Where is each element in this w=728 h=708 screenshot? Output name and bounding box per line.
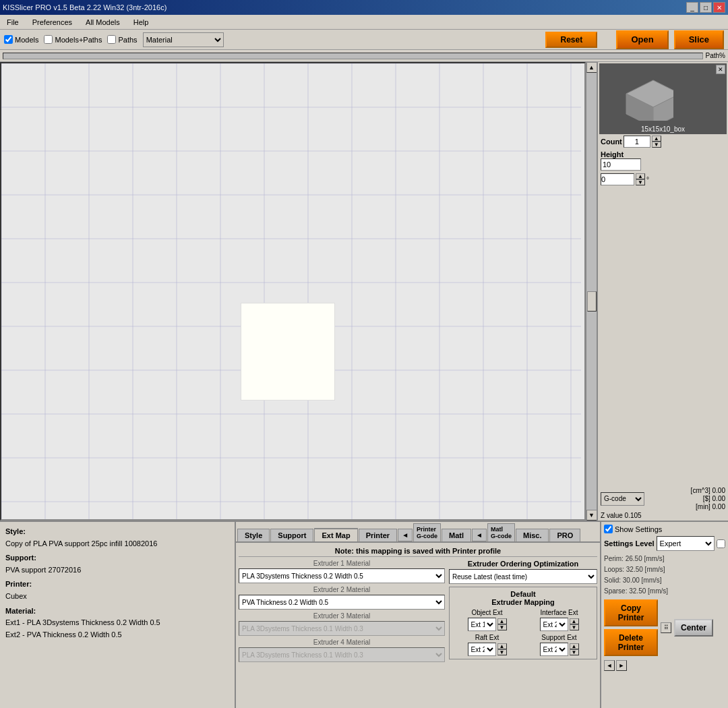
- right-panel: ✕ 15x15x10_box Count 1 ▲ ▼ Height: [597, 62, 728, 521]
- open-button[interactable]: Open: [616, 30, 668, 49]
- raft-ext-spin-down[interactable]: ▼: [497, 649, 507, 655]
- models-paths-checkbox[interactable]: [44, 35, 53, 44]
- support-ext-spin-down[interactable]: ▼: [570, 649, 579, 655]
- object-ext-spin-up[interactable]: ▲: [497, 618, 507, 624]
- count-row: Count 1 ▲ ▼: [599, 134, 727, 149]
- extruder-selects: Extruder 1 Material PLA 3Dsystems Thickn…: [239, 560, 445, 662]
- raft-ext-select[interactable]: Ext 2: [468, 643, 496, 656]
- interface-ext-select[interactable]: Ext 2: [540, 618, 568, 631]
- tab-printer-gcode[interactable]: PrinterG-code: [413, 523, 441, 541]
- tab-misc[interactable]: Misc.: [516, 529, 549, 541]
- path-bar: Path%: [0, 50, 728, 62]
- interface-ext-spin-up[interactable]: ▲: [570, 618, 579, 624]
- ext-right-panel: Extruder Ordering Optimization Reuse Lat…: [449, 560, 597, 662]
- menu-all-models[interactable]: All Models: [82, 17, 124, 28]
- center-button[interactable]: Center: [674, 619, 713, 637]
- extruder3-row: Extruder 3 Material PLA 3Dsystems Thickn…: [239, 612, 445, 636]
- settings-level-extra-checkbox[interactable]: [717, 539, 725, 548]
- delete-printer-button[interactable]: DeletePrinter: [604, 629, 658, 656]
- menu-help[interactable]: Help: [129, 17, 153, 28]
- paths-label: Paths: [118, 36, 137, 44]
- count-input[interactable]: 1: [624, 136, 650, 148]
- preview-close-button[interactable]: ✕: [716, 65, 725, 74]
- tab-style[interactable]: Style: [237, 529, 270, 541]
- count-spin-up[interactable]: ▲: [652, 136, 661, 142]
- gcode-select[interactable]: G-code: [601, 492, 644, 506]
- default-title: Default Extruder Mapping: [452, 590, 594, 606]
- show-settings-label: Show Settings: [615, 525, 662, 533]
- support-ext-spin-up[interactable]: ▲: [570, 643, 579, 649]
- show-settings-checkbox[interactable]: [604, 525, 613, 533]
- object-ext-spin-down[interactable]: ▼: [497, 624, 507, 630]
- settings-level-label: Settings Level: [604, 539, 655, 548]
- material-label: Material:: [5, 607, 36, 615]
- copy-printer-button[interactable]: CopyPrinter: [604, 599, 658, 626]
- height-input[interactable]: [601, 158, 641, 171]
- models-checkbox-label[interactable]: Models: [4, 35, 38, 44]
- models-paths-checkbox-label[interactable]: Models+Paths: [44, 35, 102, 44]
- object-ext-select[interactable]: Ext 1: [468, 618, 496, 631]
- scroll-up-button[interactable]: ▲: [586, 62, 597, 73]
- z-value-label: Z value 0.105: [599, 512, 727, 519]
- extruder4-select[interactable]: PLA 3Dsystems Thickness 0.1 Width 0.3: [239, 647, 445, 662]
- sparse-line: Sparse: 32.50 [mm/s]: [604, 586, 725, 597]
- drag-handle[interactable]: ⠿: [661, 622, 671, 633]
- menu-preferences[interactable]: Preferences: [28, 17, 76, 28]
- tab-matl[interactable]: Matl: [442, 529, 471, 541]
- scroll-down-button[interactable]: ▼: [586, 510, 597, 521]
- title-bar-controls[interactable]: _ □ ✕: [686, 2, 725, 13]
- interface-ext-spin-down[interactable]: ▼: [570, 624, 579, 630]
- tab-support[interactable]: Support: [270, 529, 313, 541]
- scroll-thumb[interactable]: [587, 291, 597, 312]
- material-value2: Ext2 - PVA Thickness 0.2 Width 0.5: [5, 630, 122, 639]
- maximize-button[interactable]: □: [700, 2, 712, 13]
- small-btn-2[interactable]: ►: [616, 660, 627, 671]
- vertical-scrollbar[interactable]: ▲ ▼: [586, 62, 597, 521]
- support-ext-select[interactable]: Ext 2: [540, 643, 568, 656]
- z-spin-down[interactable]: ▼: [636, 179, 645, 185]
- models-checkbox[interactable]: [4, 35, 13, 44]
- printer-label: Printer:: [5, 580, 32, 588]
- printer-section: Printer: Cubex: [5, 579, 229, 602]
- models-paths-label: Models+Paths: [55, 36, 102, 44]
- material-select[interactable]: Material: [143, 32, 224, 47]
- extruder2-select[interactable]: PVA Thickness 0.2 Width 0.5: [239, 595, 445, 610]
- interface-ext-row: Ext 2 ▲ ▼: [540, 618, 579, 631]
- matl-gcode-arrow[interactable]: ◄: [472, 529, 487, 541]
- title-bar: KISSlicer PRO v1.5 Beta 2.22 Win32 (3ntr…: [0, 0, 728, 15]
- interface-ext-cell: Interface Ext Ext 2 ▲ ▼: [524, 609, 594, 631]
- extruder1-select[interactable]: PLA 3Dsystems Thickness 0.2 Width 0.5: [239, 568, 445, 583]
- minimize-button[interactable]: _: [686, 2, 698, 13]
- tab-content: Note: this mapping is saved with Printer…: [236, 543, 600, 708]
- z-input[interactable]: [601, 173, 634, 185]
- paths-checkbox[interactable]: [107, 35, 116, 44]
- canvas-area[interactable]: [0, 62, 586, 521]
- model-name-label: 15x15x10_box: [640, 124, 686, 134]
- menu-file[interactable]: File: [3, 17, 23, 28]
- printer-gcode-arrow[interactable]: ◄: [398, 529, 413, 541]
- paths-checkbox-label[interactable]: Paths: [107, 35, 137, 44]
- settings-level-select[interactable]: Expert: [657, 536, 715, 551]
- extruder3-label: Extruder 3 Material: [239, 612, 445, 620]
- count-spin-down[interactable]: ▼: [652, 142, 661, 148]
- raft-ext-spin-up[interactable]: ▲: [497, 643, 507, 649]
- raft-ext-label: Raft Ext: [475, 634, 499, 641]
- object-ext-cell: Object Ext Ext 1 ▲ ▼: [452, 609, 522, 631]
- slice-button[interactable]: Slice: [674, 30, 724, 49]
- stat-volume: [cm^3] 0.00: [646, 487, 725, 494]
- tab-printer[interactable]: Printer: [359, 529, 397, 541]
- z-spin-up[interactable]: ▲: [636, 173, 645, 179]
- support-ext-cell: Support Ext Ext 2 ▲ ▼: [524, 634, 594, 656]
- small-btn-1[interactable]: ◄: [604, 660, 615, 671]
- tab-pro[interactable]: PRO: [549, 529, 580, 541]
- ordering-select[interactable]: Reuse Latest (least time): [449, 569, 597, 584]
- tab-matl-gcode[interactable]: MatlG-code: [487, 523, 515, 541]
- close-button[interactable]: ✕: [713, 2, 725, 13]
- extruder2-label: Extruder 2 Material: [239, 586, 445, 593]
- extruder3-select[interactable]: PLA 3Dsystems Thickness 0.1 Width 0.3: [239, 621, 445, 636]
- interface-ext-label: Interface Ext: [540, 609, 578, 616]
- title-bar-title: KISSlicer PRO v1.5 Beta 2.22 Win32 (3ntr…: [3, 3, 166, 11]
- reset-button[interactable]: Reset: [545, 32, 597, 48]
- stat-time: [min] 0.00: [646, 503, 725, 510]
- tab-ext-map[interactable]: Ext Map: [314, 528, 357, 541]
